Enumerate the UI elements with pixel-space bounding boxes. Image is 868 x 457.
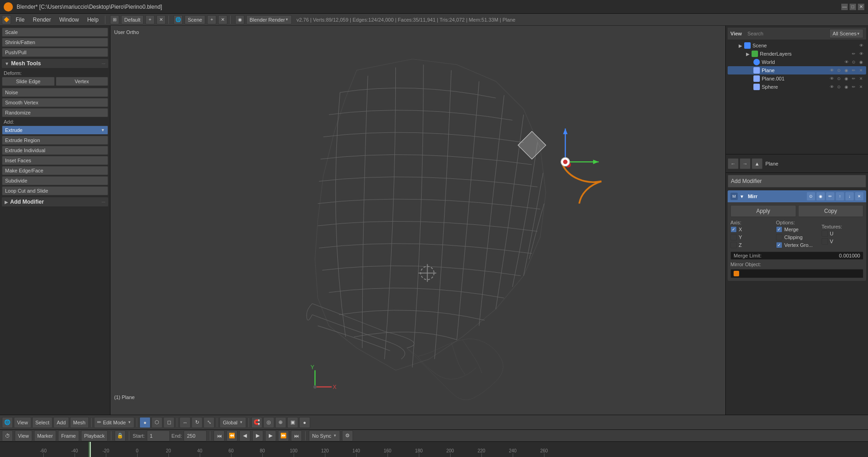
menu-help[interactable]: Help (83, 16, 102, 24)
modifier-down-icon[interactable]: ↓ (845, 192, 854, 200)
mesh-tools-header[interactable]: ▼ Mesh Tools ··· (2, 59, 108, 68)
timeline-frame-menu[interactable]: Frame (58, 430, 79, 441)
modifier-edit-icon[interactable]: ✏ (826, 192, 834, 200)
viewport-type-icon2[interactable]: 🌐 (2, 417, 13, 428)
outliner-item-world[interactable]: World 👁 ⊙ ◉ (728, 58, 866, 66)
modifier-render-icon[interactable]: ◉ (816, 192, 825, 200)
plane001-cursor-icon[interactable]: ⊙ (836, 75, 842, 82)
sync-selector[interactable]: No Sync ▼ (309, 430, 340, 441)
mirror-object-field[interactable] (730, 269, 863, 278)
prop-back-icon[interactable]: ← (728, 158, 739, 169)
jump-end-icon[interactable]: ⏭ (291, 430, 302, 441)
scene-selector[interactable]: Scene (185, 15, 205, 24)
close-scene-icon[interactable]: ✕ (218, 15, 227, 24)
extrude-individual-button[interactable]: Extrude Individual (2, 146, 108, 155)
plane-edit-icon[interactable]: ✏ (851, 67, 857, 74)
mode-selector[interactable]: ✏ Edit Mode ▼ (94, 417, 134, 428)
plane-x-icon[interactable]: ✕ (858, 67, 864, 74)
subdivide-button[interactable]: Subdivide (2, 176, 108, 185)
add-modifier-header[interactable]: ▶ Add Modifier ··· (2, 197, 108, 206)
add-modifier-button[interactable]: Add Modifier (728, 175, 866, 188)
timeline-type-icon[interactable]: ⏱ (2, 430, 13, 441)
shrink-fatten-button[interactable]: Shrink/Fatten (2, 38, 108, 47)
clipping-checkbox[interactable] (776, 234, 782, 240)
plane-cursor-icon[interactable]: ⊙ (836, 67, 842, 74)
plane-visibility-icon[interactable]: 👁 (828, 67, 835, 74)
transform-selector[interactable]: Global ▼ (220, 417, 246, 428)
sphere-cursor-icon[interactable]: ⊙ (836, 84, 842, 90)
randomize-button[interactable]: Randomize (2, 108, 108, 117)
timeline-marker[interactable]: Marker (34, 430, 56, 441)
outliner-item-plane001[interactable]: Plane.001 👁 ⊙ ◉ ✏ ✕ (728, 74, 866, 83)
plane001-render-icon[interactable]: ◉ (843, 75, 850, 82)
loop-cut-slide-button[interactable]: Loop Cut and Slide (2, 186, 108, 195)
make-edge-face-button[interactable]: Make Edge/Face (2, 166, 108, 175)
add-workspace-icon[interactable]: + (145, 15, 155, 24)
add-scene-icon[interactable]: + (207, 15, 216, 24)
menu-window[interactable]: Window (56, 16, 83, 24)
move-icon[interactable]: ↔ (179, 417, 191, 428)
sphere-visibility-icon[interactable]: 👁 (828, 84, 835, 90)
scale-icon[interactable]: ⤡ (203, 417, 214, 428)
rl-edit-icon[interactable]: ✏ (851, 51, 857, 57)
plane001-edit-icon[interactable]: ✏ (851, 75, 857, 82)
workspace-selector[interactable]: Default (121, 15, 144, 24)
viewport-type-icon[interactable]: ⊞ (110, 15, 119, 24)
start-frame-field[interactable]: 1 (147, 430, 170, 441)
render-engine-selector[interactable]: Blender Render ▼ (246, 15, 292, 24)
xray-icon[interactable]: ▣ (287, 417, 298, 428)
solid-icon[interactable]: ● (299, 417, 310, 428)
world-visibility-icon[interactable]: 👁 (843, 59, 850, 65)
merge-limit-field[interactable]: Merge Limit: 0.001000 (730, 251, 863, 260)
next-keyframe-icon[interactable]: ▶ (265, 430, 276, 441)
end-frame-field[interactable]: 250 (184, 430, 207, 441)
extrude-region-button[interactable]: Extrude Region (2, 136, 108, 145)
sphere-render-icon[interactable]: ◉ (843, 84, 850, 90)
prev-frame-icon[interactable]: ⏪ (226, 430, 237, 441)
extrude-button[interactable]: Extrude ▼ (2, 126, 108, 135)
outliner-item-plane[interactable]: Plane 👁 ⊙ ◉ ✏ ✕ (728, 66, 866, 74)
outliner-item-renderlayers[interactable]: ▶ RenderLayers ✏ 👁 (728, 50, 866, 58)
scene-visibility-icon[interactable]: 👁 (858, 42, 864, 49)
modifier-expand-icon[interactable]: ▼ (740, 194, 744, 199)
next-frame-icon[interactable]: ⏩ (278, 430, 289, 441)
rl-visibility-icon[interactable]: 👁 (858, 51, 864, 57)
prop-mesh-icon[interactable]: ▲ (752, 158, 763, 169)
timeline-playback[interactable]: Playback (81, 430, 108, 441)
apply-button[interactable]: Apply (730, 205, 796, 217)
mesh-menu[interactable]: Mesh (70, 417, 89, 428)
modifier-up-icon[interactable]: ↑ (836, 192, 844, 200)
scale-button[interactable]: Scale (2, 28, 108, 37)
outliner-item-scene[interactable]: ▶ Scene 👁 (728, 41, 866, 50)
noise-button[interactable]: Noise (2, 88, 108, 97)
play-icon[interactable]: ▶ (252, 430, 263, 441)
slide-edge-button[interactable]: Slide Edge (2, 77, 55, 86)
blender-menu-icon[interactable]: 🔶 (2, 15, 11, 24)
jump-start-icon[interactable]: ⏮ (214, 430, 225, 441)
close-button[interactable]: ✕ (858, 4, 864, 10)
timeline-view[interactable]: View (15, 430, 32, 441)
overlay-icon[interactable]: ⊕ (275, 417, 286, 428)
playback-lock-icon[interactable]: 🔒 (115, 430, 126, 441)
minimize-button[interactable]: — (841, 4, 848, 10)
tex-u-checkbox[interactable] (822, 230, 828, 237)
sphere-x-icon[interactable]: ✕ (858, 84, 864, 90)
sphere-edit-icon[interactable]: ✏ (851, 84, 857, 90)
plane001-visibility-icon[interactable]: 👁 (828, 75, 835, 82)
plane001-x-icon[interactable]: ✕ (858, 75, 864, 82)
modifier-camera-icon[interactable]: ⊙ (807, 192, 815, 200)
select-menu[interactable]: Select (32, 417, 53, 428)
vertex-mode-icon[interactable]: ● (139, 417, 150, 428)
edge-mode-icon[interactable]: ⬡ (151, 417, 162, 428)
merge-checkbox[interactable]: ✓ (776, 226, 782, 233)
outliner-item-sphere[interactable]: Sphere 👁 ⊙ ◉ ✏ ✕ (728, 83, 866, 91)
face-mode-icon[interactable]: ◻ (163, 417, 174, 428)
close-workspace-icon[interactable]: ✕ (156, 15, 166, 24)
push-pull-button[interactable]: Push/Pull (2, 48, 108, 57)
smooth-vertex-button[interactable]: Smooth Vertex (2, 98, 108, 107)
all-scenes-dropdown[interactable]: All Scenes ▼ (829, 29, 863, 38)
menu-render[interactable]: Render (29, 16, 54, 24)
world-select-icon[interactable]: ⊙ (851, 59, 857, 65)
axis-x-checkbox[interactable]: ✓ (730, 226, 737, 233)
view-menu[interactable]: View (14, 417, 31, 428)
